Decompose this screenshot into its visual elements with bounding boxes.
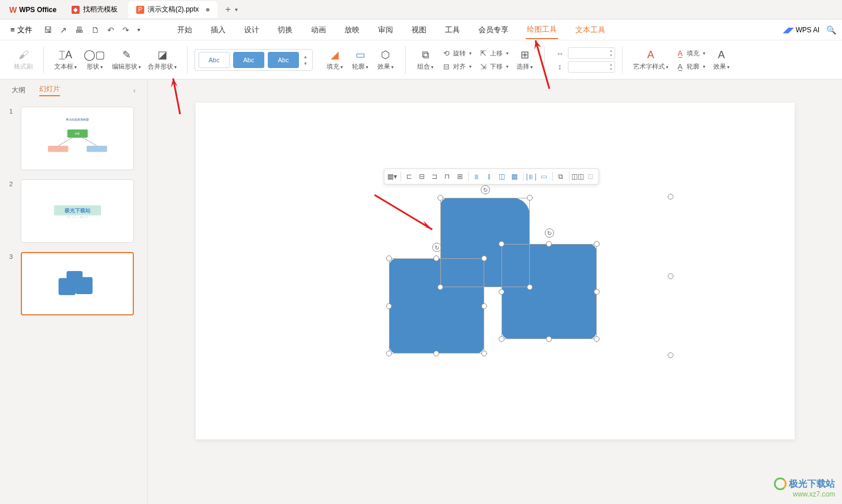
panel-tab-slides[interactable]: 幻灯片: [39, 84, 60, 96]
print-icon[interactable]: 🖶: [75, 25, 83, 35]
ft-align-right-icon[interactable]: ⊐: [429, 171, 440, 182]
sel-handle[interactable]: [527, 284, 533, 290]
tab-template[interactable]: ◆ 找稻壳模板: [63, 1, 126, 18]
ft-align-middle-icon[interactable]: ⊞: [454, 171, 466, 182]
style-preset-2[interactable]: Abc: [233, 52, 264, 68]
outer-sel-handle[interactable]: [668, 194, 673, 200]
swirl-icon: [774, 477, 787, 490]
tab-design[interactable]: 设计: [243, 21, 260, 39]
slide-thumbnail-3[interactable]: [21, 252, 134, 315]
ft-dist-h-icon[interactable]: ⫼: [471, 171, 482, 182]
panel-collapse-icon[interactable]: ‹: [133, 86, 136, 95]
ft-align-center-icon[interactable]: ⊟: [416, 171, 428, 182]
redo-icon[interactable]: ↷: [122, 25, 129, 35]
ft-grid-icon[interactable]: ▦: [509, 171, 521, 182]
lock-aspect-button[interactable]: ↔: [552, 48, 568, 59]
wordart-button[interactable]: A 艺术字样式▾: [630, 46, 672, 73]
style-preset-1[interactable]: Abc: [199, 52, 230, 68]
edit-shape-button[interactable]: ✎ 编辑形状▾: [108, 46, 144, 73]
align-button[interactable]: ⊟对齐▾: [438, 61, 475, 72]
file-menu[interactable]: ≡ 文件: [6, 22, 37, 37]
text-fill-button[interactable]: A̲填充▾: [672, 48, 709, 59]
new-tab-button[interactable]: ＋ ▾: [218, 3, 244, 16]
shape-button[interactable]: ◯▢ 形状▾: [80, 46, 108, 73]
sel-handle[interactable]: [437, 195, 443, 201]
sel-handle[interactable]: [481, 351, 487, 356]
sel-handle[interactable]: [499, 289, 504, 295]
sel-handle[interactable]: [546, 336, 552, 342]
tab-drawing[interactable]: 绘图工具: [526, 21, 558, 39]
sel-handle[interactable]: [527, 195, 533, 201]
tab-insert[interactable]: 插入: [209, 21, 227, 39]
style-preset-3[interactable]: Abc: [268, 52, 299, 68]
wps-ai-button[interactable]: ◢◤ WPS AI: [783, 26, 819, 34]
tab-transition[interactable]: 切换: [276, 21, 294, 39]
group-button[interactable]: ⧉ 组合▾: [413, 46, 438, 73]
textbox-button[interactable]: ⌶A 文本框▾: [51, 46, 80, 73]
outer-sel-handle[interactable]: [668, 352, 673, 358]
tab-view[interactable]: 视图: [410, 21, 428, 39]
movedown-button[interactable]: ⇲下移▾: [475, 61, 512, 72]
slide-thumbnail-1[interactable]: 单击此处添加标题 标题: [21, 107, 134, 170]
tab-slideshow[interactable]: 放映: [343, 21, 361, 39]
outline-button[interactable]: ▭ 轮廓▾: [347, 46, 373, 73]
ft-layout-icon[interactable]: ▦▾: [387, 171, 398, 182]
ft-stack-icon[interactable]: ◫: [496, 171, 508, 182]
height-input[interactable]: ▴▾: [568, 61, 615, 73]
tab-tools[interactable]: 工具: [444, 21, 461, 39]
text-outline-button[interactable]: A̲轮廓▾: [672, 61, 709, 72]
tab-member[interactable]: 会员专享: [477, 21, 510, 39]
sel-handle[interactable]: [546, 241, 552, 247]
rotation-handle-3[interactable]: ↻: [545, 228, 554, 238]
ft-group-icon[interactable]: ⧉: [555, 171, 567, 182]
style-scroll[interactable]: ▴▾: [302, 54, 309, 66]
tab-document[interactable]: P 演示文稿(2).pptx: [128, 1, 218, 18]
ft-align-left-icon[interactable]: ⊏: [403, 171, 415, 182]
qa-dropdown-icon[interactable]: ▾: [137, 27, 140, 33]
sel-handle[interactable]: [433, 351, 439, 356]
ft-more1-icon[interactable]: ◫◫: [572, 171, 583, 182]
tab-review[interactable]: 审阅: [377, 21, 394, 39]
sel-handle[interactable]: [437, 284, 443, 290]
panel-tab-outline[interactable]: 大纲: [12, 85, 25, 95]
ft-align-top-icon[interactable]: ⊓: [441, 171, 453, 182]
format-painter-label: 格式刷: [14, 62, 33, 71]
svg-rect-4: [48, 146, 68, 152]
shape-style-gallery[interactable]: Abc Abc Abc ▴▾: [194, 49, 313, 71]
format-painter-button[interactable]: 🖌 格式刷: [10, 46, 36, 73]
outer-sel-handle[interactable]: [668, 273, 673, 279]
sel-handle[interactable]: [594, 336, 600, 342]
fill-button[interactable]: ◢ 填充▾: [322, 46, 347, 73]
height-button[interactable]: ↕: [552, 61, 568, 72]
sel-handle[interactable]: [386, 255, 392, 261]
tab-animation[interactable]: 动画: [310, 21, 327, 39]
search-icon[interactable]: 🔍: [826, 25, 836, 35]
sel-handle[interactable]: [499, 336, 504, 342]
ft-spacing-h-icon[interactable]: |⫼|: [526, 171, 537, 182]
rotate-button[interactable]: ⟲旋转▾: [438, 48, 475, 59]
export-icon[interactable]: ↗: [60, 25, 67, 35]
ft-more2-icon[interactable]: ⊡: [585, 171, 596, 182]
tab-start[interactable]: 开始: [176, 21, 193, 39]
slide-canvas[interactable]: ▦▾ ⊏ ⊟ ⊐ ⊓ ⊞ ⫼ ⫿ ◫ ▦ |⫼| ▭ ⧉ ◫◫ ⊡: [196, 103, 795, 439]
merge-shape-button[interactable]: ◪ 合并形状▾: [144, 46, 180, 73]
width-input[interactable]: ▴▾: [568, 47, 615, 59]
moveup-button[interactable]: ⇱上移▾: [475, 48, 512, 59]
sel-handle[interactable]: [386, 351, 392, 356]
effect-button[interactable]: ⬡ 效果▾: [373, 46, 398, 73]
sel-handle[interactable]: [386, 303, 392, 309]
undo-icon[interactable]: ↶: [107, 25, 114, 35]
tab-text[interactable]: 文本工具: [574, 21, 607, 39]
sel-handle[interactable]: [433, 255, 439, 261]
sel-handle[interactable]: [594, 289, 600, 295]
rotation-handle-1[interactable]: ↻: [481, 185, 490, 194]
text-effect-button[interactable]: A 效果▾: [709, 46, 734, 73]
select-button[interactable]: ⊞ 选择▾: [512, 46, 537, 73]
sel-handle[interactable]: [594, 241, 600, 247]
preview-icon[interactable]: 🗋: [91, 25, 99, 35]
ft-spacing-v-icon[interactable]: ▭: [538, 171, 550, 182]
save-icon[interactable]: 🖫: [44, 25, 52, 35]
ft-dist-v-icon[interactable]: ⫿: [484, 171, 495, 182]
sel-handle[interactable]: [481, 303, 487, 309]
slide-thumbnail-2[interactable]: 极光下载站 极光下载站: [21, 179, 134, 243]
